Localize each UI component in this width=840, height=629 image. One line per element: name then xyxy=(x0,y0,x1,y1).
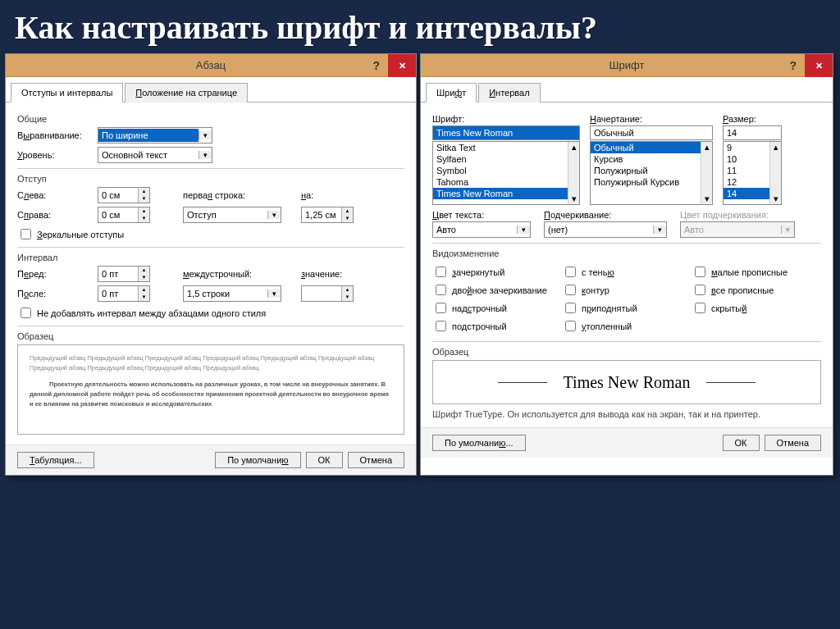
align-select[interactable]: По ширине▾ xyxy=(98,127,212,144)
preview-box: Предыдущий абзац Предыдущий абзац Предыд… xyxy=(17,344,404,435)
size-input[interactable]: 14 xyxy=(723,125,782,140)
after-spinner[interactable]: ▲▼ xyxy=(98,285,150,302)
font-body: Шрифт: Times New Roman Sitka Text Sylfae… xyxy=(421,103,833,427)
by-label: на: xyxy=(301,190,334,200)
mirror-indent-checkbox[interactable]: Зеркальные отступы xyxy=(17,226,404,242)
level-label: Уровень: xyxy=(17,150,91,160)
tabs-button[interactable]: Табуляция... xyxy=(17,452,94,468)
help-icon[interactable]: ? xyxy=(368,56,385,75)
underline-select[interactable]: (нет)▾ xyxy=(544,221,667,238)
ok-button[interactable]: ОК xyxy=(723,435,760,451)
default-button[interactable]: По умолчанию... xyxy=(432,435,526,451)
font-dialog: Шрифт ? ✕ Шрифт Интервал Шрифт: Times Ne… xyxy=(420,53,833,476)
chk-super[interactable]: надстрочный xyxy=(432,300,562,316)
indent-right-label: Справа: xyxy=(17,210,91,220)
indent-left-spinner[interactable]: ▲▼ xyxy=(98,187,150,203)
underline-label: Подчеркивание: xyxy=(544,210,667,220)
font-input[interactable]: Times New Roman xyxy=(432,125,580,140)
indent-left-label: Слева: xyxy=(17,190,91,200)
sample-box: Times New Roman xyxy=(432,360,821,404)
after-label: После: xyxy=(17,289,91,299)
tab-font[interactable]: Шрифт xyxy=(426,83,477,103)
at-spinner[interactable]: ▲▼ xyxy=(301,285,354,302)
paragraph-body: Общие Выравнивание: По ширине▾ Уровень: … xyxy=(6,103,416,444)
chevron-down-icon: ▾ xyxy=(781,226,794,234)
paragraph-buttons: Табуляция... По умолчанию ОК Отмена xyxy=(6,444,416,475)
font-tabs: Шрифт Интервал xyxy=(421,77,833,103)
cancel-button[interactable]: Отмена xyxy=(348,452,404,468)
chk-allcaps[interactable]: все прописные xyxy=(692,282,821,298)
chevron-down-icon: ▾ xyxy=(653,226,666,234)
chk-smallcaps[interactable]: малые прописные xyxy=(692,264,821,280)
font-titlebar: Шрифт ? ✕ xyxy=(421,54,833,77)
paragraph-titlebar: Абзац ? ✕ xyxy=(6,54,416,77)
font-footnote: Шрифт TrueType. Он используется для выво… xyxy=(432,409,821,419)
cancel-button[interactable]: Отмена xyxy=(765,435,821,451)
scrollbar[interactable]: ▴▾ xyxy=(701,142,712,204)
size-label: Размер: xyxy=(723,114,782,124)
chk-outline[interactable]: контур xyxy=(562,282,692,298)
line-spacing-select[interactable]: 1,5 строки▾ xyxy=(183,285,281,302)
default-button[interactable]: По умолчанию xyxy=(215,452,300,468)
indent-right-spinner[interactable]: ▲▼ xyxy=(98,207,150,223)
nosame-checkbox[interactable]: Не добавлять интервал между абзацами одн… xyxy=(17,305,404,321)
indent-section-label: Отступ xyxy=(17,174,404,184)
chevron-down-icon: ▾ xyxy=(267,289,281,298)
dialogs-container: Абзац ? ✕ Отступы и интервалы Положение … xyxy=(0,53,840,476)
chevron-down-icon: ▾ xyxy=(267,211,281,219)
ok-button[interactable]: ОК xyxy=(306,452,343,468)
chk-strike[interactable]: зачеркнутый xyxy=(432,264,562,280)
scrollbar[interactable]: ▴▾ xyxy=(568,142,579,204)
color-select[interactable]: Авто▾ xyxy=(432,221,531,238)
level-select[interactable]: Основной текст▾ xyxy=(98,147,212,163)
font-label: Шрифт: xyxy=(432,114,580,124)
align-label: Выравнивание: xyxy=(17,130,91,140)
chk-dblstrike[interactable]: двойное зачеркивание xyxy=(432,282,562,298)
before-spinner[interactable]: ▲▼ xyxy=(98,266,150,282)
style-input[interactable]: Обычный xyxy=(590,125,713,140)
by-spinner[interactable]: ▲▼ xyxy=(301,207,354,223)
effects-label: Видоизменение xyxy=(432,248,821,258)
underline-color-label: Цвет подчеркивания: xyxy=(680,210,795,220)
first-line-label: первая строка: xyxy=(183,190,262,200)
effects-group: зачеркнутый двойное зачеркивание надстро… xyxy=(432,262,821,336)
first-line-select[interactable]: Отступ▾ xyxy=(183,207,281,223)
chevron-down-icon: ▾ xyxy=(199,131,212,139)
close-icon[interactable]: ✕ xyxy=(388,54,416,77)
font-buttons: По умолчанию... ОК Отмена xyxy=(421,427,833,458)
style-label: Начертание: xyxy=(590,114,713,124)
at-label: значение: xyxy=(301,269,345,279)
style-listbox[interactable]: Обычный Курсив Полужирный Полужирный Кур… xyxy=(590,141,713,205)
chk-hidden[interactable]: скрытый xyxy=(692,300,821,316)
paragraph-title: Абзац xyxy=(6,59,416,71)
general-section-label: Общие xyxy=(17,114,404,124)
chk-shadow[interactable]: с тенью xyxy=(562,264,692,280)
spacing-section-label: Интервал xyxy=(17,253,404,262)
paragraph-tabs: Отступы и интервалы Положение на страниц… xyxy=(6,77,416,103)
chk-engrave[interactable]: утопленный xyxy=(562,318,692,334)
slide-title: Как настраивать шрифт и интервалы? xyxy=(0,0,840,53)
close-icon[interactable]: ✕ xyxy=(805,54,833,77)
line-spacing-label: междустрочный: xyxy=(183,269,262,279)
tab-spacing[interactable]: Интервал xyxy=(478,83,540,103)
font-title: Шрифт xyxy=(421,59,833,71)
chevron-down-icon: ▾ xyxy=(199,151,212,159)
font-listbox[interactable]: Sitka Text Sylfaen Symbol Tahoma Times N… xyxy=(432,141,580,205)
tab-indents[interactable]: Отступы и интервалы xyxy=(11,83,123,103)
size-listbox[interactable]: 9 10 11 12 14 ▴▾ xyxy=(723,141,782,205)
underline-color-select: Авто▾ xyxy=(680,221,795,238)
preview-label: Образец xyxy=(17,331,404,341)
chk-sub[interactable]: подстрочный xyxy=(432,318,562,334)
scrollbar[interactable]: ▴▾ xyxy=(769,142,781,204)
chk-emboss[interactable]: приподнятый xyxy=(562,300,692,316)
tab-page-position[interactable]: Положение на странице xyxy=(125,83,248,103)
paragraph-dialog: Абзац ? ✕ Отступы и интервалы Положение … xyxy=(5,53,417,476)
color-label: Цвет текста: xyxy=(432,210,531,220)
sample-label: Образец xyxy=(432,347,821,357)
help-icon[interactable]: ? xyxy=(784,56,801,75)
before-label: Перед: xyxy=(17,269,91,279)
chevron-down-icon: ▾ xyxy=(517,226,530,234)
